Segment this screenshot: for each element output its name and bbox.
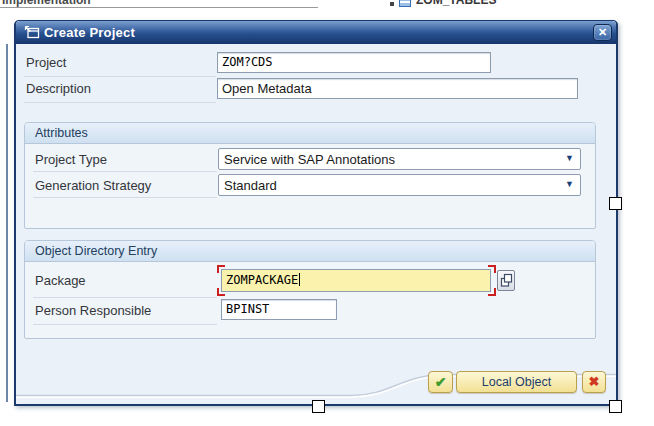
text-cursor [299, 273, 300, 286]
package-label: Package [35, 273, 86, 288]
value-help-button[interactable] [497, 270, 515, 291]
focus-corner [217, 288, 225, 296]
resize-handle-bottom-right[interactable] [609, 400, 622, 413]
dialog-titlebar[interactable]: Create Project ✕ [16, 21, 616, 44]
table-icon [399, 0, 411, 7]
cancel-button[interactable]: ✖ [582, 371, 606, 393]
row-separator [33, 324, 217, 325]
chevron-down-icon: ▼ [565, 179, 574, 189]
create-project-dialog: Create Project ✕ Project ZOM?CDS Descrip… [14, 20, 618, 406]
row-separator [24, 76, 216, 77]
description-value: Open Metadata [222, 81, 312, 96]
generation-strategy-value: Standard [224, 178, 277, 193]
tree-bullet-icon [390, 2, 394, 6]
attributes-group: Attributes Project Type Service with SAP… [24, 122, 596, 229]
object-directory-group: Object Directory Entry Package ZOMPACKAG… [24, 240, 596, 339]
checkmark-icon: ✔ [435, 374, 447, 390]
row-separator [33, 297, 217, 298]
project-value: ZOM?CDS [222, 55, 273, 69]
project-input[interactable]: ZOM?CDS [217, 52, 491, 73]
row-separator [33, 197, 217, 198]
dialog-window-icon [24, 25, 40, 43]
attributes-group-title: Attributes [35, 126, 88, 140]
background-tree-node: ZOM_TABLES [384, 0, 534, 9]
attributes-group-header: Attributes [25, 123, 595, 144]
focus-corner [217, 265, 225, 273]
package-focus-frame: ZOMPACKAGE [221, 269, 491, 292]
background-text-right: ZOM_TABLES [416, 0, 496, 7]
description-input[interactable]: Open Metadata [217, 78, 578, 99]
focus-corner [488, 288, 496, 296]
background-divider [0, 7, 318, 8]
project-label: Project [26, 55, 66, 70]
generation-strategy-label: Generation Strategy [35, 178, 151, 193]
project-type-dropdown[interactable]: Service with SAP Annotations ▼ [218, 148, 581, 170]
object-directory-group-title: Object Directory Entry [35, 244, 157, 258]
package-value: ZOMPACKAGE [226, 273, 298, 287]
generation-strategy-dropdown[interactable]: Standard ▼ [218, 174, 581, 196]
package-input[interactable]: ZOMPACKAGE [221, 269, 491, 292]
project-type-label: Project Type [35, 152, 107, 167]
resize-handle-right[interactable] [609, 197, 622, 210]
description-label: Description [26, 81, 91, 96]
row-separator [33, 171, 217, 172]
background-text-left: Implementation [2, 0, 91, 7]
row-separator [24, 102, 216, 103]
x-icon: ✖ [589, 374, 600, 389]
project-type-value: Service with SAP Annotations [224, 152, 395, 167]
object-directory-group-header: Object Directory Entry [25, 241, 595, 262]
person-responsible-label: Person Responsible [35, 303, 151, 318]
value-help-icon [500, 273, 513, 288]
confirm-button[interactable]: ✔ [428, 371, 453, 393]
resize-handle-bottom[interactable] [312, 400, 325, 413]
close-icon[interactable]: ✕ [593, 24, 612, 41]
focus-corner [488, 265, 496, 273]
chevron-down-icon: ▼ [565, 153, 574, 163]
person-responsible-value: BPINST [226, 302, 269, 316]
local-object-button[interactable]: Local Object [456, 371, 577, 393]
dialog-title: Create Project [44, 21, 135, 44]
background-window-edge [6, 44, 8, 402]
person-responsible-input[interactable]: BPINST [221, 299, 337, 320]
